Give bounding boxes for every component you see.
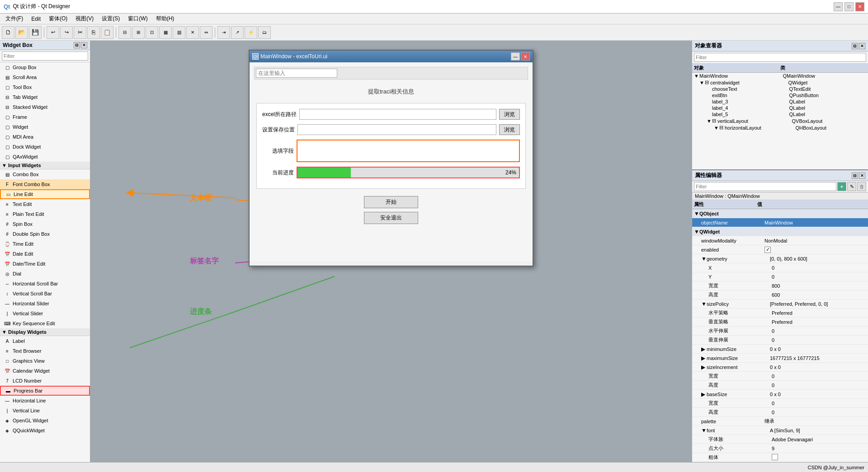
object-inspector-close-btn[interactable]: ✕ <box>859 43 865 49</box>
widget-item-textedit[interactable]: ≡ Text Edit <box>0 199 90 209</box>
prop-category-qobject[interactable]: ▼ QObject <box>692 209 868 218</box>
maximize-button[interactable]: □ <box>844 2 854 11</box>
tree-row-choosetext[interactable]: chooseText QTextEdit <box>692 86 868 92</box>
category-display-widgets[interactable]: ▼ Display Widgets <box>0 328 90 336</box>
widget-item-stackedwidget[interactable]: ⊟ Stacked Widget <box>0 102 90 112</box>
widget-item-scrollarea[interactable]: ▤ Scroll Area <box>0 72 90 82</box>
close-button[interactable]: ✕ <box>855 2 864 11</box>
toolbar-layout-f[interactable]: ▦ <box>159 26 172 39</box>
prop-row-width[interactable]: 宽度 800 <box>692 281 868 290</box>
tree-expand-verticallayout[interactable]: ▼ <box>707 118 712 124</box>
property-editor-del-btn[interactable]: 🗑 <box>857 182 866 191</box>
bold-checkbox[interactable] <box>772 454 778 460</box>
prop-row-windowmodality[interactable]: windowModality NonModal <box>692 236 868 245</box>
prop-expand-qwidget[interactable]: ▼ <box>694 229 699 235</box>
prop-row-minsize[interactable]: ▶ minimumSize 0 x 0 <box>692 345 868 354</box>
widget-item-vscrollbar[interactable]: ↕ Vertical Scroll Bar <box>0 289 90 299</box>
tree-row-horizontallayout[interactable]: ▼ ⊟ horizontalLayout QHBoxLayout <box>692 124 868 131</box>
toolbar-layout-v[interactable]: ⊞ <box>132 26 145 39</box>
minimize-button[interactable]: — <box>834 2 843 11</box>
widget-item-dateedit[interactable]: 📅 Date Edit <box>0 249 90 259</box>
enabled-checkbox[interactable] <box>764 247 771 253</box>
toolbar-layout-s[interactable]: ▧ <box>173 26 185 39</box>
menu-form[interactable]: 窗体(O) <box>45 14 71 23</box>
tree-row-centralwidget[interactable]: ▼ ⊟ centralwidget QWidget <box>692 79 868 86</box>
widget-item-graphicsview[interactable]: □ Graphics View <box>0 356 90 366</box>
prop-expand-maxsize[interactable]: ▶ <box>701 355 707 361</box>
toolbar-signals[interactable]: ⚡ <box>245 26 257 39</box>
prop-expand-basesize[interactable]: ▶ <box>701 391 707 397</box>
property-editor-edit-btn[interactable]: ✎ <box>847 182 856 191</box>
toolbar-save[interactable]: 💾 <box>29 26 42 39</box>
widget-item-lineedit[interactable]: ▭ Line Edit <box>0 189 90 199</box>
tree-expand-hlayout[interactable]: ▼ <box>714 125 719 131</box>
menu-help[interactable]: 帮助(H) <box>152 14 178 23</box>
prop-expand-sizepolicy[interactable]: ▼ <box>701 301 707 307</box>
prop-row-sizeinc[interactable]: ▶ sizeIncrement 0 x 0 <box>692 363 868 372</box>
widget-item-hslider[interactable]: — Horizontal Slider <box>0 299 90 308</box>
prop-row-vpolicy[interactable]: 垂直策略 Preferred <box>692 318 868 327</box>
save-location-input[interactable] <box>297 124 496 135</box>
prop-row-vstretch[interactable]: 垂直伸展 0 <box>692 336 868 345</box>
widget-box-float-btn[interactable]: ⊟ <box>74 42 80 48</box>
widget-item-toolbox[interactable]: ▢ Tool Box <box>0 82 90 92</box>
prop-row-fontfamily[interactable]: 字体族 Adobe Devanagari <box>692 435 868 444</box>
excel-path-input[interactable] <box>299 109 496 120</box>
prop-expand-qobject[interactable]: ▼ <box>694 210 699 217</box>
property-editor-float-btn[interactable]: ⊟ <box>852 173 858 179</box>
object-inspector-filter-input[interactable] <box>694 53 866 62</box>
prop-row-hpolicy[interactable]: 水平策略 Preferred <box>692 308 868 318</box>
prop-row-objectname[interactable]: objectName MainWindow <box>692 218 868 227</box>
prop-expand-geometry[interactable]: ▼ <box>701 256 707 262</box>
start-button[interactable]: 开始 <box>364 196 418 208</box>
widget-item-qquickwidget[interactable]: ◈ QQuickWidget <box>0 425 90 435</box>
prop-row-bold[interactable]: 粗体 <box>692 453 868 462</box>
toolbar-adjust[interactable]: ⇔ <box>200 26 212 39</box>
save-location-browse-btn[interactable]: 浏览 <box>499 124 520 135</box>
widget-item-textbrowser[interactable]: ≡ Text Browser <box>0 346 90 356</box>
widget-item-datetimeedit[interactable]: 📅 Date/Time Edit <box>0 259 90 269</box>
prop-row-palette[interactable]: palette 继承 <box>692 417 868 426</box>
toolbar-redo[interactable]: ↪ <box>60 26 73 39</box>
exit-button[interactable]: 安全退出 <box>364 212 418 224</box>
toolbar-layout-h[interactable]: ⊟ <box>118 26 131 39</box>
toolbar-copy[interactable]: ⎘ <box>87 26 100 39</box>
toolbar-open[interactable]: 📂 <box>15 26 28 39</box>
qt-win-close[interactable]: ✕ <box>521 52 530 61</box>
menu-settings[interactable]: 设置(S) <box>98 14 123 23</box>
toolbar-resources[interactable]: 🗂 <box>258 26 271 39</box>
tree-row-verticallayout[interactable]: ▼ ⊟ verticalLayout QVBoxLayout <box>692 117 868 124</box>
fill-select-input[interactable] <box>297 140 520 162</box>
widget-item-keyseqedit[interactable]: ⌨ Key Sequence Edit <box>0 318 90 328</box>
widget-item-vline[interactable]: | Vertical Line <box>0 406 90 416</box>
tree-row-label3[interactable]: label_3 QLabel <box>692 98 868 105</box>
toolbar-cut[interactable]: ✂ <box>74 26 86 39</box>
widget-item-frame[interactable]: ▢ Frame <box>0 112 90 122</box>
tree-row-mainwindow[interactable]: ▼ MainWindow QMainWindow <box>692 73 868 79</box>
prop-row-sizepolicy[interactable]: ▼ sizePolicy [Preferred, Preferred, 0, 0… <box>692 299 868 308</box>
prop-row-font[interactable]: ▼ font A [SimSun, 9] <box>692 426 868 435</box>
tree-expand-mainwindow[interactable]: ▼ <box>694 73 699 79</box>
qt-title-input[interactable] <box>256 69 337 78</box>
widget-item-dockwidget[interactable]: ▢ Dock Widget <box>0 142 90 152</box>
widget-item-vslider[interactable]: | Vertical Slider <box>0 308 90 318</box>
category-input-widgets[interactable]: ▼ Input Widgets <box>0 162 90 169</box>
toolbar-new[interactable]: 🗋 <box>2 26 14 39</box>
widget-item-spinbox[interactable]: # Spin Box <box>0 219 90 229</box>
qt-win-minimize[interactable]: — <box>511 52 520 61</box>
widget-item-widget[interactable]: ▢ Widget <box>0 122 90 132</box>
tree-expand-centralwidget[interactable]: ▼ <box>699 80 705 85</box>
widget-item-plaintextedit[interactable]: ≡ Plain Text Edit <box>0 209 90 219</box>
toolbar-paste[interactable]: 📋 <box>101 26 113 39</box>
menu-window[interactable]: 窗口(W) <box>124 14 151 23</box>
widget-item-hscrollbar[interactable]: ↔ Horizontal Scroll Bar <box>0 279 90 289</box>
prop-row-width3[interactable]: 宽度 0 <box>692 399 868 408</box>
widget-item-combobox[interactable]: ▤ Combo Box <box>0 169 90 179</box>
widget-item-progressbar[interactable]: ▬ Progress Bar <box>0 386 90 396</box>
toolbar-tab-order[interactable]: ⇥ <box>217 26 230 39</box>
widget-item-doublespinbox[interactable]: # Double Spin Box <box>0 229 90 239</box>
widget-item-calendarwidget[interactable]: 📅 Calendar Widget <box>0 366 90 376</box>
widget-item-lcdnumber[interactable]: 7 LCD Number <box>0 376 90 386</box>
prop-expand-minsize[interactable]: ▶ <box>701 346 707 352</box>
prop-row-height[interactable]: 高度 600 <box>692 290 868 299</box>
